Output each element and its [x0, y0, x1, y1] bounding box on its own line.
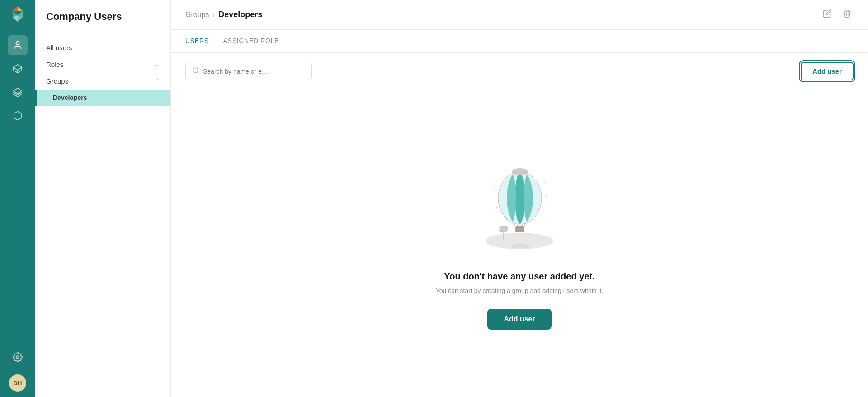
search-box[interactable] [185, 63, 312, 80]
svg-point-33 [505, 177, 507, 179]
empty-illustration [470, 157, 569, 257]
empty-state: You don't have any user added yet. You c… [171, 90, 868, 397]
tab-assigned-role[interactable]: ASSIGNED ROLE [223, 30, 279, 52]
breadcrumb-separator: › [212, 11, 215, 19]
nav-hexagon-icon[interactable] [8, 106, 28, 126]
sidebar-item-all-users[interactable]: All users [35, 39, 170, 56]
nav-box-icon[interactable] [8, 59, 28, 79]
svg-point-31 [496, 207, 498, 208]
nav-bar: DH [0, 0, 35, 397]
user-avatar[interactable]: DH [9, 374, 26, 392]
nav-users-icon[interactable] [8, 35, 28, 55]
svg-rect-18 [515, 226, 524, 232]
edit-button[interactable] [821, 7, 834, 22]
svg-marker-1 [18, 6, 23, 11]
svg-point-10 [16, 356, 19, 359]
header-actions [821, 7, 854, 22]
svg-line-12 [197, 72, 198, 73]
sidebar: Company Users All users Roles ⌄ Groups ⌃… [35, 0, 171, 397]
svg-point-17 [510, 243, 530, 249]
content-area: USERS ASSIGNED ROLE Add user [171, 30, 868, 397]
breadcrumb: Groups › Developers [185, 10, 262, 19]
sidebar-nav: All users Roles ⌄ Groups ⌃ Developers [35, 32, 170, 113]
sidebar-item-developers[interactable]: Developers [35, 90, 170, 106]
svg-point-29 [494, 188, 495, 190]
tabs-bar: USERS ASSIGNED ROLE [171, 30, 868, 53]
app-logo[interactable] [8, 5, 27, 24]
tab-users[interactable]: USERS [185, 30, 209, 52]
nav-settings-icon[interactable] [8, 347, 28, 367]
nav-layers-icon[interactable] [8, 82, 28, 102]
breadcrumb-current: Developers [218, 10, 262, 19]
delete-button[interactable] [841, 7, 854, 22]
svg-marker-0 [13, 6, 18, 11]
main-content: Groups › Developers [171, 0, 868, 397]
breadcrumb-parent[interactable]: Groups [185, 11, 209, 19]
svg-point-6 [16, 42, 19, 45]
sidebar-item-roles[interactable]: Roles ⌄ [35, 56, 170, 73]
search-input[interactable] [203, 68, 305, 75]
add-user-button-top[interactable]: Add user [801, 62, 854, 80]
search-icon [192, 67, 199, 76]
empty-state-subtitle: You can start by creating a group and ad… [436, 287, 604, 294]
empty-state-title: You don't have any user added yet. [444, 271, 594, 282]
chevron-up-icon: ⌃ [155, 78, 160, 85]
chevron-down-icon: ⌄ [155, 61, 160, 68]
svg-point-30 [546, 195, 547, 197]
toolbar: Add user [171, 53, 868, 90]
sidebar-title: Company Users [35, 0, 170, 32]
svg-point-34 [537, 209, 538, 210]
svg-point-32 [544, 182, 545, 183]
main-header: Groups › Developers [171, 0, 868, 30]
add-user-button-center[interactable]: Add user [487, 309, 551, 330]
sidebar-item-groups[interactable]: Groups ⌃ [35, 73, 170, 90]
